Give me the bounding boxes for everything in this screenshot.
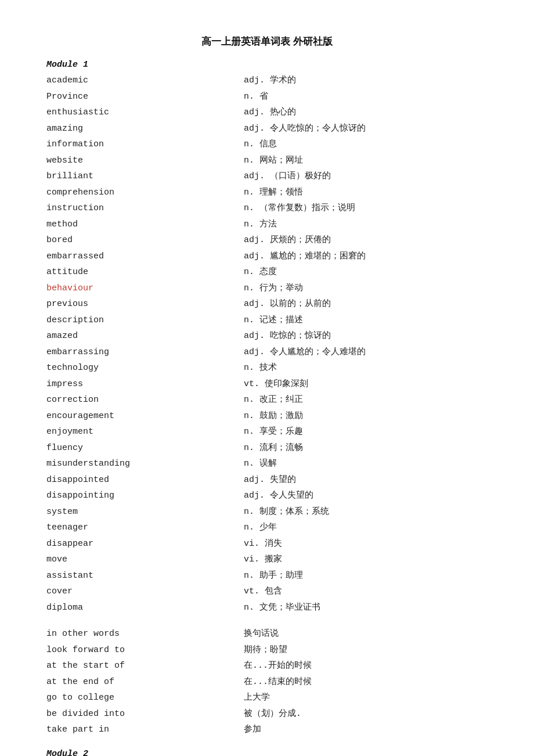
- word-chinese: adj. 令人吃惊的；令人惊讶的: [244, 121, 488, 136]
- word-english: correction: [46, 393, 244, 408]
- word-chinese: n. 助手；助理: [244, 568, 488, 584]
- word-english: comprehension: [46, 185, 244, 200]
- word-english: disappear: [46, 537, 244, 552]
- word-english: method: [46, 217, 244, 232]
- word-english: attitude: [46, 265, 244, 280]
- word-english: fluency: [46, 441, 244, 456]
- word-english: teenager: [46, 520, 244, 535]
- word-chinese: n. 鼓励；激励: [244, 409, 488, 424]
- word-english: encouragement: [46, 409, 244, 424]
- word-row: enjoymentn. 享受；乐趣: [46, 424, 488, 440]
- word-chinese: adj. 以前的；从前的: [244, 297, 488, 312]
- phrase-row: at the start of在...开始的时候: [46, 658, 488, 674]
- word-chinese: vi. 搬家: [244, 552, 488, 567]
- word-english: move: [46, 552, 244, 567]
- phrase-row: take part in参加: [46, 722, 488, 737]
- word-row: informationn. 信息: [46, 137, 488, 152]
- word-english: impress: [46, 377, 244, 392]
- word-english: academic: [46, 73, 244, 88]
- word-row: misunderstandingn. 误解: [46, 456, 488, 471]
- word-row: instructionn. （常作复数）指示；说明: [46, 201, 488, 216]
- word-row: websiten. 网站；网址: [46, 153, 488, 168]
- phrase-row: at the end of在...结束的时候: [46, 675, 488, 690]
- word-row: impressvt. 使印象深刻: [46, 377, 488, 392]
- word-english: website: [46, 153, 244, 168]
- phrase-chinese: 在...开始的时候: [244, 658, 488, 674]
- word-chinese: n. （常作复数）指示；说明: [244, 201, 488, 216]
- word-row: embarrassingadj. 令人尴尬的；令人难堪的: [46, 345, 488, 360]
- word-row: amazingadj. 令人吃惊的；令人惊讶的: [46, 121, 488, 136]
- phrase-row: be divided into被（划）分成.: [46, 707, 488, 722]
- word-chinese: adj. 失望的: [244, 473, 488, 488]
- word-chinese: adj. 厌烦的；厌倦的: [244, 233, 488, 248]
- word-row: enthusiasticadj. 热心的: [46, 105, 488, 120]
- phrase-chinese: 期待；盼望: [244, 643, 488, 658]
- word-row: attituden. 态度: [46, 265, 488, 280]
- word-english: bored: [46, 233, 244, 248]
- word-row: movevi. 搬家: [46, 552, 488, 567]
- phrase-english: at the end of: [46, 675, 244, 690]
- word-row: diploman. 文凭；毕业证书: [46, 600, 488, 615]
- word-chinese: n. 误解: [244, 456, 488, 471]
- page-title: 高一上册英语单词表 外研社版: [46, 35, 488, 48]
- word-english: cover: [46, 584, 244, 599]
- word-chinese: adj. 热心的: [244, 105, 488, 120]
- phrases-section: in other words换句话说look forward to期待；盼望at…: [46, 627, 488, 737]
- word-row: amazedadj. 吃惊的；惊讶的: [46, 329, 488, 344]
- word-english: behaviour: [46, 281, 244, 296]
- word-row: boredadj. 厌烦的；厌倦的: [46, 233, 488, 248]
- word-row: teenagern. 少年: [46, 520, 488, 535]
- word-chinese: n. 方法: [244, 217, 488, 232]
- word-row: disappearvi. 消失: [46, 537, 488, 552]
- word-chinese: adj. 令人失望的: [244, 488, 488, 503]
- word-english: brilliant: [46, 169, 244, 184]
- word-row: comprehensionn. 理解；领悟: [46, 185, 488, 200]
- word-row: behaviourn. 行为；举动: [46, 281, 488, 296]
- module2-heading-container: Module 2: [46, 749, 488, 757]
- word-chinese: n. 享受；乐趣: [244, 424, 488, 440]
- word-chinese: vt. 使印象深刻: [244, 377, 488, 392]
- word-english: technology: [46, 361, 244, 376]
- word-chinese: adj. 吃惊的；惊讶的: [244, 329, 488, 344]
- module2-heading: Module 2: [46, 749, 488, 757]
- word-english: system: [46, 505, 244, 520]
- phrase-row: in other words换句话说: [46, 627, 488, 642]
- word-chinese: n. 改正；纠正: [244, 393, 488, 408]
- phrase-row: go to college上大学: [46, 690, 488, 705]
- words-section: academicadj. 学术的Provincen. 省enthusiastic…: [46, 73, 488, 615]
- word-row: embarrassedadj. 尴尬的；难堪的；困窘的: [46, 249, 488, 264]
- word-english: amazing: [46, 121, 244, 136]
- vocabulary-list: Module 1 academicadj. 学术的Provincen. 省ent…: [46, 60, 488, 756]
- word-chinese: adj. 令人尴尬的；令人难堪的: [244, 345, 488, 360]
- word-english: description: [46, 313, 244, 328]
- word-chinese: adj. 学术的: [244, 73, 488, 88]
- word-chinese: n. 行为；举动: [244, 281, 488, 296]
- word-english: assistant: [46, 568, 244, 584]
- phrase-row: look forward to期待；盼望: [46, 643, 488, 658]
- word-english: disappointed: [46, 473, 244, 488]
- phrase-english: take part in: [46, 722, 244, 737]
- word-row: encouragementn. 鼓励；激励: [46, 409, 488, 424]
- phrase-english: in other words: [46, 627, 244, 642]
- word-english: instruction: [46, 201, 244, 216]
- word-chinese: n. 理解；领悟: [244, 185, 488, 200]
- word-row: fluencyn. 流利；流畅: [46, 441, 488, 456]
- word-row: disappointingadj. 令人失望的: [46, 488, 488, 503]
- word-english: previous: [46, 297, 244, 312]
- phrase-english: look forward to: [46, 643, 244, 658]
- word-english: misunderstanding: [46, 456, 244, 471]
- word-english: Province: [46, 89, 244, 105]
- word-chinese: adj. 尴尬的；难堪的；困窘的: [244, 249, 488, 264]
- phrase-chinese: 被（划）分成.: [244, 707, 488, 722]
- phrase-chinese: 换句话说: [244, 627, 488, 642]
- phrase-chinese: 参加: [244, 722, 488, 737]
- word-row: methodn. 方法: [46, 217, 488, 232]
- word-chinese: vt. 包含: [244, 584, 488, 599]
- word-row: systemn. 制度；体系；系统: [46, 505, 488, 520]
- word-chinese: n. 态度: [244, 265, 488, 280]
- word-english: embarrassed: [46, 249, 244, 264]
- word-row: Provincen. 省: [46, 89, 488, 105]
- word-row: brilliantadj. （口语）极好的: [46, 169, 488, 184]
- word-chinese: n. 流利；流畅: [244, 441, 488, 456]
- word-row: correctionn. 改正；纠正: [46, 393, 488, 408]
